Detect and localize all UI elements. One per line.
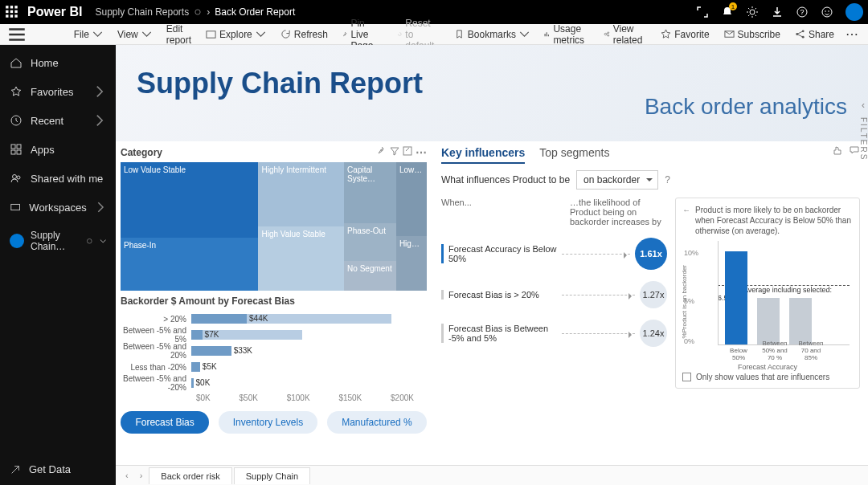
get-data-button[interactable]: Get Data bbox=[0, 454, 116, 485]
tab-key-influencers[interactable]: Key influencers bbox=[441, 146, 525, 164]
fullscreen-icon[interactable] bbox=[691, 1, 714, 23]
nav-apps[interactable]: Apps bbox=[0, 135, 116, 164]
chevron-down-icon bbox=[100, 238, 107, 245]
certified-icon bbox=[194, 8, 202, 16]
breadcrumb-parent[interactable]: Supply Chain Reports bbox=[95, 6, 189, 18]
focus-icon[interactable] bbox=[403, 146, 412, 156]
refresh-button[interactable]: Refresh bbox=[274, 26, 334, 43]
explore-menu[interactable]: Explore bbox=[199, 26, 272, 43]
bar-row[interactable]: Between -5% and 20%$33K bbox=[121, 344, 414, 358]
chart-icon bbox=[544, 29, 550, 39]
mini-bar[interactable] bbox=[789, 298, 812, 344]
treemap-cell[interactable]: Phase-Out bbox=[344, 223, 396, 261]
breadcrumb[interactable]: Supply Chain Reports › Back Order Report bbox=[95, 6, 295, 18]
pin-button[interactable]: Pin Live Page bbox=[336, 26, 387, 43]
nav-favorites[interactable]: Favorites bbox=[0, 77, 116, 106]
bar-row[interactable]: Less than -20%$5K bbox=[121, 360, 414, 374]
home-icon bbox=[10, 56, 23, 69]
feedback-icon[interactable] bbox=[816, 1, 838, 23]
workspace-chip-icon bbox=[10, 234, 24, 248]
share-button[interactable]: Share bbox=[788, 26, 841, 43]
treemap-cell[interactable]: Low Value Stable bbox=[121, 162, 258, 238]
svg-point-30 bbox=[17, 176, 20, 179]
collapse-filters-icon[interactable]: ‹ bbox=[862, 100, 865, 111]
svg-rect-16 bbox=[207, 31, 215, 38]
influencer-row[interactable]: Forecast Accuracy is Below 50%1.61x bbox=[441, 238, 667, 270]
pill-manufactured[interactable]: Manufactured % bbox=[327, 411, 426, 434]
filter-icon[interactable] bbox=[390, 146, 399, 156]
people-icon bbox=[10, 172, 23, 185]
pin-icon[interactable] bbox=[377, 146, 387, 156]
star-icon bbox=[661, 29, 671, 39]
chevron-down-icon bbox=[519, 29, 530, 39]
treemap-visual[interactable]: Low Value Stable Phase-In Highly Intermi… bbox=[121, 162, 427, 291]
settings-icon[interactable] bbox=[741, 1, 764, 23]
svg-rect-1 bbox=[10, 6, 13, 8]
page-tab[interactable]: Back order risk bbox=[149, 467, 231, 484]
chevron-right-icon bbox=[93, 85, 106, 98]
user-avatar[interactable] bbox=[845, 3, 863, 21]
svg-point-23 bbox=[802, 36, 805, 39]
usage-button[interactable]: Usage metrics bbox=[538, 26, 596, 43]
page-tab[interactable]: Supply Chain bbox=[234, 467, 310, 484]
hamburger-icon[interactable] bbox=[6, 24, 27, 45]
download-icon[interactable] bbox=[766, 1, 788, 23]
nav-workspace-current[interactable]: Supply Chain… bbox=[0, 222, 116, 260]
pill-inventory[interactable]: Inventory Levels bbox=[219, 411, 317, 434]
target-dropdown[interactable]: on backorder bbox=[576, 170, 658, 190]
tab-top-segments[interactable]: Top segments bbox=[539, 146, 609, 164]
view-related-button[interactable]: View related bbox=[597, 26, 653, 43]
subscribe-button[interactable]: Subscribe bbox=[718, 26, 787, 43]
help-icon[interactable]: ? bbox=[665, 174, 670, 185]
mini-bar[interactable] bbox=[725, 251, 747, 344]
file-menu[interactable]: File bbox=[68, 26, 109, 43]
svg-text:?: ? bbox=[800, 8, 804, 16]
bar-row[interactable]: Between -5% and 5%$7K bbox=[121, 328, 414, 342]
comment-icon[interactable] bbox=[849, 145, 860, 156]
view-menu[interactable]: View bbox=[111, 26, 158, 43]
bar-row[interactable]: > 20%$44K bbox=[121, 312, 414, 326]
bar-chart-visual[interactable]: > 20%$44K Between -5% and 5%$7K Between … bbox=[121, 307, 427, 403]
svg-point-9 bbox=[195, 10, 200, 14]
mini-bar-chart[interactable]: 10% 5% 0% %Product is on backorder Avera… bbox=[682, 241, 853, 369]
more-icon[interactable]: ⋯ bbox=[416, 146, 427, 159]
back-arrow-icon[interactable]: ← bbox=[682, 205, 690, 236]
bookmarks-menu[interactable]: Bookmarks bbox=[448, 26, 536, 43]
checkbox[interactable] bbox=[682, 373, 691, 381]
svg-rect-26 bbox=[17, 145, 21, 149]
svg-point-10 bbox=[750, 10, 755, 14]
nav-home[interactable]: Home bbox=[0, 48, 116, 77]
explore-icon bbox=[206, 29, 216, 39]
thumbs-up-icon[interactable] bbox=[831, 145, 842, 156]
bookmark-icon bbox=[454, 29, 465, 39]
svg-rect-7 bbox=[10, 14, 13, 17]
treemap-cell[interactable]: Capital Syste… bbox=[344, 162, 396, 223]
influencer-row[interactable]: Forecast Bias is Between -5% and 5%1.24x bbox=[441, 320, 667, 347]
bar-row[interactable]: Between -5% and -20%$0K bbox=[121, 376, 414, 390]
chevron-right-icon: › bbox=[207, 6, 210, 18]
tab-next[interactable]: › bbox=[135, 469, 148, 482]
notifications-icon[interactable]: 1 bbox=[716, 1, 739, 23]
pin-icon bbox=[342, 29, 348, 39]
nav-recent[interactable]: Recent bbox=[0, 106, 116, 135]
more-menu[interactable]: ⋯ bbox=[842, 26, 862, 43]
pill-forecast-bias[interactable]: Forecast Bias bbox=[121, 411, 208, 434]
favorite-button[interactable]: Favorite bbox=[654, 26, 715, 43]
app-launcher-icon[interactable] bbox=[5, 5, 19, 19]
nav-workspaces[interactable]: Workspaces bbox=[0, 193, 116, 222]
influencer-row[interactable]: Forecast Bias is > 20%1.27x bbox=[441, 281, 667, 308]
nav-shared[interactable]: Shared with me bbox=[0, 164, 116, 193]
tab-prev[interactable]: ‹ bbox=[121, 469, 133, 482]
breadcrumb-current[interactable]: Back Order Report bbox=[215, 6, 295, 18]
chevron-down-icon bbox=[141, 29, 152, 39]
mini-bar[interactable] bbox=[757, 298, 780, 344]
treemap-cell[interactable]: No Segment bbox=[344, 261, 396, 291]
edit-report-button[interactable]: Edit report bbox=[160, 26, 198, 43]
treemap-cell[interactable]: Phase-In bbox=[121, 238, 258, 291]
help-icon[interactable]: ? bbox=[791, 1, 813, 23]
treemap-cell[interactable]: High Value Stable bbox=[258, 226, 344, 291]
treemap-cell[interactable]: Low… bbox=[396, 162, 427, 236]
treemap-cell[interactable]: Highly Intermittent bbox=[258, 162, 344, 226]
brand-label: Power BI bbox=[27, 5, 82, 19]
treemap-cell[interactable]: Hig… bbox=[396, 236, 427, 291]
